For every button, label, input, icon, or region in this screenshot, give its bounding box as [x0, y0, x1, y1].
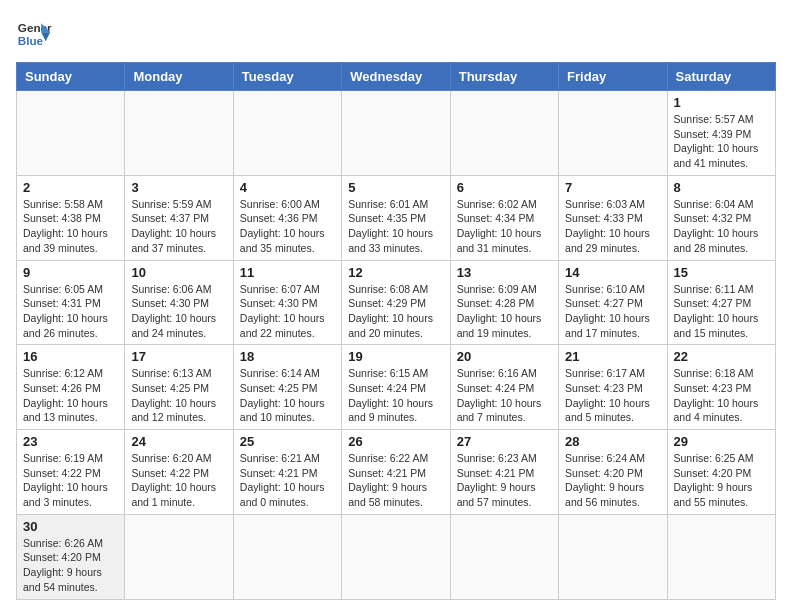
day-cell: [667, 514, 775, 599]
day-number: 20: [457, 349, 552, 364]
day-cell: 29Sunrise: 6:25 AM Sunset: 4:20 PM Dayli…: [667, 430, 775, 515]
day-info: Sunrise: 6:05 AM Sunset: 4:31 PM Dayligh…: [23, 282, 118, 341]
day-cell: [233, 91, 341, 176]
week-row-3: 16Sunrise: 6:12 AM Sunset: 4:26 PM Dayli…: [17, 345, 776, 430]
day-number: 25: [240, 434, 335, 449]
day-info: Sunrise: 5:58 AM Sunset: 4:38 PM Dayligh…: [23, 197, 118, 256]
day-cell: 3Sunrise: 5:59 AM Sunset: 4:37 PM Daylig…: [125, 175, 233, 260]
day-cell: 1Sunrise: 5:57 AM Sunset: 4:39 PM Daylig…: [667, 91, 775, 176]
day-info: Sunrise: 6:11 AM Sunset: 4:27 PM Dayligh…: [674, 282, 769, 341]
day-number: 14: [565, 265, 660, 280]
day-info: Sunrise: 6:10 AM Sunset: 4:27 PM Dayligh…: [565, 282, 660, 341]
weekday-header-saturday: Saturday: [667, 63, 775, 91]
day-info: Sunrise: 6:22 AM Sunset: 4:21 PM Dayligh…: [348, 451, 443, 510]
day-number: 17: [131, 349, 226, 364]
day-info: Sunrise: 6:20 AM Sunset: 4:22 PM Dayligh…: [131, 451, 226, 510]
day-cell: [17, 91, 125, 176]
day-number: 13: [457, 265, 552, 280]
weekday-header-wednesday: Wednesday: [342, 63, 450, 91]
day-cell: [559, 514, 667, 599]
day-cell: [559, 91, 667, 176]
day-number: 3: [131, 180, 226, 195]
svg-text:Blue: Blue: [18, 34, 44, 47]
day-cell: 14Sunrise: 6:10 AM Sunset: 4:27 PM Dayli…: [559, 260, 667, 345]
week-row-2: 9Sunrise: 6:05 AM Sunset: 4:31 PM Daylig…: [17, 260, 776, 345]
day-cell: [342, 514, 450, 599]
weekday-header-friday: Friday: [559, 63, 667, 91]
day-number: 21: [565, 349, 660, 364]
header: General Blue: [16, 16, 776, 52]
day-info: Sunrise: 6:25 AM Sunset: 4:20 PM Dayligh…: [674, 451, 769, 510]
logo: General Blue: [16, 16, 56, 52]
week-row-4: 23Sunrise: 6:19 AM Sunset: 4:22 PM Dayli…: [17, 430, 776, 515]
day-number: 2: [23, 180, 118, 195]
day-cell: 22Sunrise: 6:18 AM Sunset: 4:23 PM Dayli…: [667, 345, 775, 430]
day-info: Sunrise: 6:14 AM Sunset: 4:25 PM Dayligh…: [240, 366, 335, 425]
day-info: Sunrise: 6:26 AM Sunset: 4:20 PM Dayligh…: [23, 536, 118, 595]
day-number: 26: [348, 434, 443, 449]
day-number: 16: [23, 349, 118, 364]
logo-icon: General Blue: [16, 16, 52, 52]
day-number: 10: [131, 265, 226, 280]
day-number: 8: [674, 180, 769, 195]
day-cell: 24Sunrise: 6:20 AM Sunset: 4:22 PM Dayli…: [125, 430, 233, 515]
day-cell: 20Sunrise: 6:16 AM Sunset: 4:24 PM Dayli…: [450, 345, 558, 430]
day-info: Sunrise: 5:57 AM Sunset: 4:39 PM Dayligh…: [674, 112, 769, 171]
day-info: Sunrise: 6:18 AM Sunset: 4:23 PM Dayligh…: [674, 366, 769, 425]
day-number: 22: [674, 349, 769, 364]
day-info: Sunrise: 6:01 AM Sunset: 4:35 PM Dayligh…: [348, 197, 443, 256]
day-cell: 4Sunrise: 6:00 AM Sunset: 4:36 PM Daylig…: [233, 175, 341, 260]
day-info: Sunrise: 6:00 AM Sunset: 4:36 PM Dayligh…: [240, 197, 335, 256]
day-cell: [342, 91, 450, 176]
day-cell: 5Sunrise: 6:01 AM Sunset: 4:35 PM Daylig…: [342, 175, 450, 260]
day-info: Sunrise: 6:17 AM Sunset: 4:23 PM Dayligh…: [565, 366, 660, 425]
week-row-1: 2Sunrise: 5:58 AM Sunset: 4:38 PM Daylig…: [17, 175, 776, 260]
day-info: Sunrise: 6:21 AM Sunset: 4:21 PM Dayligh…: [240, 451, 335, 510]
day-info: Sunrise: 6:15 AM Sunset: 4:24 PM Dayligh…: [348, 366, 443, 425]
day-cell: 19Sunrise: 6:15 AM Sunset: 4:24 PM Dayli…: [342, 345, 450, 430]
week-row-5: 30Sunrise: 6:26 AM Sunset: 4:20 PM Dayli…: [17, 514, 776, 599]
day-cell: 9Sunrise: 6:05 AM Sunset: 4:31 PM Daylig…: [17, 260, 125, 345]
day-info: Sunrise: 6:24 AM Sunset: 4:20 PM Dayligh…: [565, 451, 660, 510]
calendar: SundayMondayTuesdayWednesdayThursdayFrid…: [16, 62, 776, 600]
weekday-header-sunday: Sunday: [17, 63, 125, 91]
day-cell: [125, 514, 233, 599]
day-number: 29: [674, 434, 769, 449]
week-row-0: 1Sunrise: 5:57 AM Sunset: 4:39 PM Daylig…: [17, 91, 776, 176]
day-info: Sunrise: 6:03 AM Sunset: 4:33 PM Dayligh…: [565, 197, 660, 256]
day-info: Sunrise: 6:07 AM Sunset: 4:30 PM Dayligh…: [240, 282, 335, 341]
day-cell: 13Sunrise: 6:09 AM Sunset: 4:28 PM Dayli…: [450, 260, 558, 345]
day-cell: 21Sunrise: 6:17 AM Sunset: 4:23 PM Dayli…: [559, 345, 667, 430]
day-info: Sunrise: 6:09 AM Sunset: 4:28 PM Dayligh…: [457, 282, 552, 341]
day-cell: 6Sunrise: 6:02 AM Sunset: 4:34 PM Daylig…: [450, 175, 558, 260]
day-cell: 10Sunrise: 6:06 AM Sunset: 4:30 PM Dayli…: [125, 260, 233, 345]
day-info: Sunrise: 6:19 AM Sunset: 4:22 PM Dayligh…: [23, 451, 118, 510]
day-info: Sunrise: 6:13 AM Sunset: 4:25 PM Dayligh…: [131, 366, 226, 425]
day-number: 30: [23, 519, 118, 534]
day-number: 4: [240, 180, 335, 195]
day-cell: 17Sunrise: 6:13 AM Sunset: 4:25 PM Dayli…: [125, 345, 233, 430]
weekday-header-thursday: Thursday: [450, 63, 558, 91]
day-number: 11: [240, 265, 335, 280]
day-cell: 2Sunrise: 5:58 AM Sunset: 4:38 PM Daylig…: [17, 175, 125, 260]
day-number: 1: [674, 95, 769, 110]
day-number: 6: [457, 180, 552, 195]
day-number: 24: [131, 434, 226, 449]
day-cell: 11Sunrise: 6:07 AM Sunset: 4:30 PM Dayli…: [233, 260, 341, 345]
day-cell: [125, 91, 233, 176]
day-cell: 25Sunrise: 6:21 AM Sunset: 4:21 PM Dayli…: [233, 430, 341, 515]
day-info: Sunrise: 6:06 AM Sunset: 4:30 PM Dayligh…: [131, 282, 226, 341]
day-cell: 15Sunrise: 6:11 AM Sunset: 4:27 PM Dayli…: [667, 260, 775, 345]
weekday-header-tuesday: Tuesday: [233, 63, 341, 91]
weekday-header-row: SundayMondayTuesdayWednesdayThursdayFrid…: [17, 63, 776, 91]
day-info: Sunrise: 6:02 AM Sunset: 4:34 PM Dayligh…: [457, 197, 552, 256]
day-info: Sunrise: 6:16 AM Sunset: 4:24 PM Dayligh…: [457, 366, 552, 425]
day-number: 23: [23, 434, 118, 449]
day-info: Sunrise: 5:59 AM Sunset: 4:37 PM Dayligh…: [131, 197, 226, 256]
day-cell: [450, 91, 558, 176]
day-cell: 30Sunrise: 6:26 AM Sunset: 4:20 PM Dayli…: [17, 514, 125, 599]
day-number: 7: [565, 180, 660, 195]
day-number: 12: [348, 265, 443, 280]
day-info: Sunrise: 6:12 AM Sunset: 4:26 PM Dayligh…: [23, 366, 118, 425]
day-cell: 27Sunrise: 6:23 AM Sunset: 4:21 PM Dayli…: [450, 430, 558, 515]
